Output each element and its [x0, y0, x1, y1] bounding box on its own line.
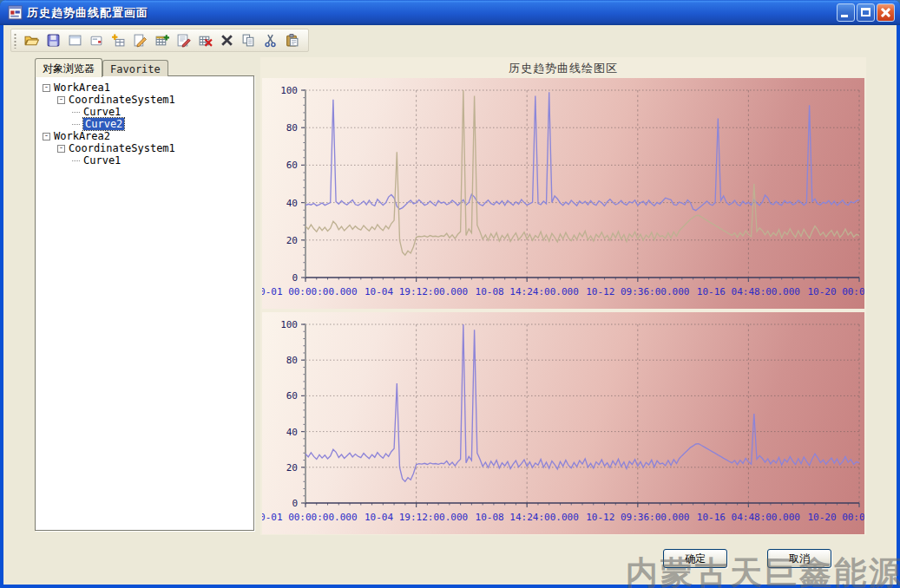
edit-form-icon — [176, 33, 191, 48]
titlebar[interactable]: 历史趋势曲线配置画面 — [0, 0, 900, 25]
delete-icon — [220, 33, 234, 48]
minimize-button[interactable] — [837, 3, 855, 22]
ok-button[interactable]: 确定 — [663, 549, 727, 568]
svg-text:80: 80 — [286, 122, 298, 134]
delete-button[interactable] — [216, 30, 238, 50]
tree-item-workarea1[interactable]: -WorkArea1 — [39, 82, 250, 94]
object-tree: -WorkArea1-CoordinateSystem1Curve1Curve2… — [35, 75, 254, 531]
tree-item-curve1[interactable]: Curve1 — [39, 154, 250, 167]
sidebar-tabs: 对象浏览器Favorite — [35, 57, 168, 76]
tree-label[interactable]: WorkArea1 — [54, 82, 110, 94]
tree-label[interactable]: Curve2 — [83, 118, 124, 130]
trend-chart-2: 02040608010010-01 00:00:00.00010-04 19:1… — [262, 312, 864, 534]
svg-text:10-20 00:00:00.000: 10-20 00:00:00.000 — [807, 512, 864, 523]
svg-text:20: 20 — [286, 235, 298, 246]
svg-text:10-12 09:36:00.000: 10-12 09:36:00.000 — [586, 286, 689, 297]
collapse-icon[interactable]: - — [57, 145, 65, 153]
open-icon — [24, 33, 39, 48]
tab-favorite[interactable]: Favorite — [102, 60, 168, 76]
tree-label[interactable]: Curve1 — [83, 106, 121, 118]
svg-text:10-01 00:00:00.000: 10-01 00:00:00.000 — [262, 512, 358, 523]
copy-button[interactable] — [238, 30, 259, 50]
tree-label[interactable]: CoordinateSystem1 — [69, 94, 175, 106]
toolbar — [10, 29, 309, 52]
tree-label[interactable]: CoordinateSystem1 — [69, 142, 175, 154]
maximize-icon — [861, 8, 870, 16]
paste-button[interactable] — [281, 30, 303, 50]
trend-chart-1-svg: 02040608010010-01 00:00:00.00010-04 19:1… — [262, 78, 864, 309]
tree-connector — [72, 124, 80, 125]
cut-button[interactable] — [259, 30, 281, 50]
rename-form-icon — [89, 33, 104, 48]
chart-panel-title: 历史趋势曲线绘图区 — [260, 57, 866, 76]
tree-item-curve1[interactable]: Curve1 — [39, 106, 250, 118]
svg-text:10-12 09:36:00.000: 10-12 09:36:00.000 — [586, 512, 689, 523]
trend-chart-1: 02040608010010-01 00:00:00.00010-04 19:1… — [262, 78, 864, 309]
svg-text:10-08 14:24:00.000: 10-08 14:24:00.000 — [476, 286, 579, 297]
tree-connector — [72, 112, 80, 113]
save-button[interactable] — [43, 30, 64, 50]
edit-item-icon — [133, 33, 148, 48]
new-window-button[interactable] — [64, 30, 86, 50]
add-table-icon — [154, 33, 169, 48]
cancel-button[interactable]: 取消 — [767, 549, 831, 568]
tree-item-coordinatesystem1[interactable]: -CoordinateSystem1 — [39, 94, 250, 106]
collapse-icon[interactable]: - — [43, 133, 50, 140]
tree-label[interactable]: Curve1 — [83, 154, 121, 167]
add-table-button[interactable] — [151, 30, 173, 50]
svg-text:60: 60 — [286, 390, 298, 402]
cut-icon — [263, 33, 278, 48]
tab-object-browser[interactable]: 对象浏览器 — [35, 58, 102, 77]
trend-chart-2-svg: 02040608010010-01 00:00:00.00010-04 19:1… — [262, 312, 864, 534]
svg-text:10-04 19:12:00.000: 10-04 19:12:00.000 — [365, 512, 468, 523]
minimize-icon — [841, 15, 848, 17]
add-item-button[interactable] — [108, 30, 129, 50]
svg-text:10-08 14:24:00.000: 10-08 14:24:00.000 — [476, 512, 579, 523]
close-button[interactable] — [877, 3, 895, 22]
save-icon — [46, 33, 61, 48]
svg-text:60: 60 — [286, 160, 298, 171]
tree-item-coordinatesystem1[interactable]: -CoordinateSystem1 — [39, 142, 250, 154]
window-title: 历史趋势曲线配置画面 — [27, 5, 837, 21]
delete-row-icon — [198, 33, 213, 48]
tree-connector — [72, 160, 80, 161]
svg-text:100: 100 — [280, 319, 298, 330]
maximize-button[interactable] — [857, 3, 875, 22]
series-curve1 — [305, 324, 859, 481]
edit-item-button[interactable] — [129, 30, 151, 50]
svg-text:40: 40 — [286, 427, 298, 438]
collapse-icon[interactable]: - — [43, 84, 50, 92]
paste-icon — [285, 33, 299, 48]
svg-text:10-01 00:00:00.000: 10-01 00:00:00.000 — [262, 286, 358, 297]
tree-item-workarea2[interactable]: -WorkArea2 — [39, 130, 250, 142]
add-item-icon — [111, 33, 126, 48]
client-area: 对象浏览器Favorite -WorkArea1-CoordinateSyste… — [3, 25, 897, 585]
svg-text:40: 40 — [286, 198, 298, 209]
svg-text:0: 0 — [292, 498, 298, 509]
svg-text:80: 80 — [286, 355, 298, 366]
collapse-icon[interactable]: - — [57, 96, 65, 104]
svg-text:0: 0 — [292, 272, 298, 284]
delete-row-button[interactable] — [194, 30, 216, 50]
svg-text:10-20 00:00:00.000: 10-20 00:00:00.000 — [807, 286, 864, 297]
svg-text:10-16 04:48:00.000: 10-16 04:48:00.000 — [697, 512, 800, 523]
series-curve1 — [305, 92, 859, 211]
series-curve2 — [305, 90, 859, 255]
edit-form-button[interactable] — [173, 30, 194, 50]
chart-panel: 历史趋势曲线绘图区 02040608010010-01 00:00:00.000… — [260, 57, 866, 535]
tree-label[interactable]: WorkArea2 — [54, 130, 110, 142]
dialog-window: 历史趋势曲线配置画面 对象浏览器Favorite -WorkArea1-Coor… — [0, 0, 900, 588]
svg-text:100: 100 — [280, 85, 298, 96]
app-icon — [8, 5, 23, 20]
rename-form-button[interactable] — [86, 30, 108, 50]
open-button[interactable] — [21, 30, 43, 50]
toolbar-row — [3, 25, 897, 54]
new-window-icon — [68, 33, 82, 48]
copy-icon — [241, 33, 256, 48]
svg-text:20: 20 — [286, 462, 298, 474]
svg-text:10-04 19:12:00.000: 10-04 19:12:00.000 — [365, 286, 468, 297]
svg-text:10-16 04:48:00.000: 10-16 04:48:00.000 — [697, 286, 800, 297]
tree-item-curve2[interactable]: Curve2 — [39, 118, 250, 130]
toolbar-grip[interactable] — [14, 33, 16, 49]
